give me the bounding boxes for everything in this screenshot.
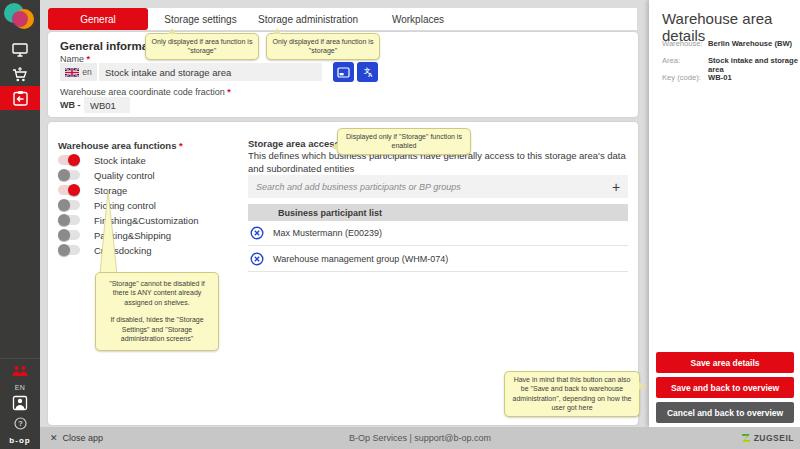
app-logo-icon[interactable] [4,3,36,35]
detail-row: Warehouse: Berlin Warehouse (BW) [662,39,792,48]
name-input[interactable] [99,63,322,81]
translate-button[interactable]: 文 A [357,62,378,82]
detail-value: Stock intake and storage area [708,56,800,74]
detail-value: Berlin Warehouse (BW) [708,39,792,48]
function-label: Quality control [94,170,155,181]
remove-participant-icon[interactable] [250,252,264,266]
participant-search: + [248,175,628,198]
save-back-overview-button[interactable]: Save and back to overview [656,377,794,398]
close-app-label: Close app [63,433,104,443]
svg-text:?: ? [18,419,23,428]
note-storage-toggle-pointer [98,190,120,274]
user-portrait-icon [12,395,28,411]
sidebar-item-screens[interactable] [0,38,40,62]
detail-row: Key (code): WB-01 [662,73,732,82]
tab-bar: General Storage settings Storage adminis… [48,8,637,30]
detail-label: Key (code): [662,73,708,82]
close-app-button[interactable]: ✕ Close app [50,433,103,443]
callout-pointer [168,28,176,34]
participant-name: Max Mustermann (E00239) [273,228,382,238]
sidebar-item-partners[interactable] [11,365,29,380]
sidebar-bottom-group: EN ? b-op [0,358,40,449]
required-mark: * [179,140,183,151]
add-participant-button[interactable]: + [604,179,628,195]
coordinate-input[interactable] [84,97,130,113]
users-red-icon [11,365,29,378]
svg-text:A: A [368,72,373,78]
language-tag[interactable]: en [60,63,97,81]
sidebar: EN ? b-op [0,0,40,449]
cancel-back-overview-button[interactable]: Cancel and back to overview [656,402,794,423]
tab-storage-settings[interactable]: Storage settings [148,8,253,30]
save-area-details-button[interactable]: Save area details [656,352,794,373]
tab-general[interactable]: General [48,8,148,30]
language-selector[interactable]: EN [15,384,26,391]
help-icon: ? [14,417,27,430]
note-storage-settings-tab: Only displayed if area function is "stor… [145,33,259,60]
bop-logo: b-op [9,436,30,449]
participant-name: Warehouse management group (WHM-074) [273,254,448,264]
remove-participant-icon[interactable] [250,226,264,240]
function-row: Stock intake [58,153,146,167]
tab-workplaces[interactable]: Workplaces [363,8,473,30]
toggle-quality-control[interactable] [58,170,80,180]
monitor-icon [11,42,29,58]
name-note-button[interactable] [333,62,354,82]
function-label: Stock intake [94,155,146,166]
toggle-packing-shipping[interactable] [58,230,80,240]
note-card-icon [337,67,350,78]
uk-flag-icon [65,68,79,77]
detail-row: Area: Stock intake and storage area [662,56,800,74]
sidebar-item-warehouse-areas[interactable] [0,86,40,110]
toggle-stock-intake[interactable] [58,155,80,165]
detail-label: Area: [662,56,708,74]
detail-label: Warehouse: [662,39,708,48]
zugseil-label: ZUGSEIL [754,433,794,443]
detail-value: WB-01 [708,73,732,82]
toggle-finishing-customization[interactable] [58,215,80,225]
zugseil-logo: ZUGSEIL [741,433,794,443]
toggle-picking-control[interactable] [58,200,80,210]
note-save-button: Have in mind that this button can also b… [504,371,640,417]
language-code: en [82,67,91,77]
zugseil-z-icon [741,433,751,443]
sidebar-item-profile[interactable] [12,395,28,413]
participant-row: Max Mustermann (E00239) [248,221,628,246]
toggle-crossdocking[interactable] [58,245,80,255]
note-storage-toggle: "Storage" cannot be disabled if there is… [95,272,219,351]
cart-add-icon [11,66,29,83]
required-mark: * [227,87,231,97]
access-title: Storage area access [248,138,340,149]
coordinate-prefix: WB - [60,100,81,110]
participant-row: Warehouse management group (WHM-074) [248,247,628,272]
function-row: Quality control [58,168,155,182]
callout-pointer [639,382,646,390]
translate-icon: 文 A [361,66,374,78]
close-icon: ✕ [50,433,58,443]
functions-title: Warehouse area functions * [58,140,183,151]
callout-pointer [331,143,338,151]
support-text: B-Op Services | support@b-op.com [290,433,550,443]
clipboard-arrow-icon [12,90,29,107]
callout-pointer [273,28,281,34]
participant-search-input[interactable] [248,182,604,192]
toggle-storage[interactable] [58,185,80,195]
footer-bar: ✕ Close app B-Op Services | support@b-op… [40,427,800,449]
function-row: Finishing&Customization [58,213,199,227]
note-storage-access: Displayed only if "Storage" function is … [337,128,471,155]
coordinate-label: Warehouse area coordinate code fraction … [60,87,231,97]
note-storage-admin-tab: Only displayed if area function is "stor… [266,33,380,60]
participant-table-header: Business participant list [248,204,628,221]
tab-storage-administration[interactable]: Storage administration [253,8,363,30]
sidebar-item-help[interactable]: ? [14,417,27,432]
details-panel: Warehouse area details Warehouse: Berlin… [649,0,800,427]
sidebar-item-cart[interactable] [0,62,40,86]
